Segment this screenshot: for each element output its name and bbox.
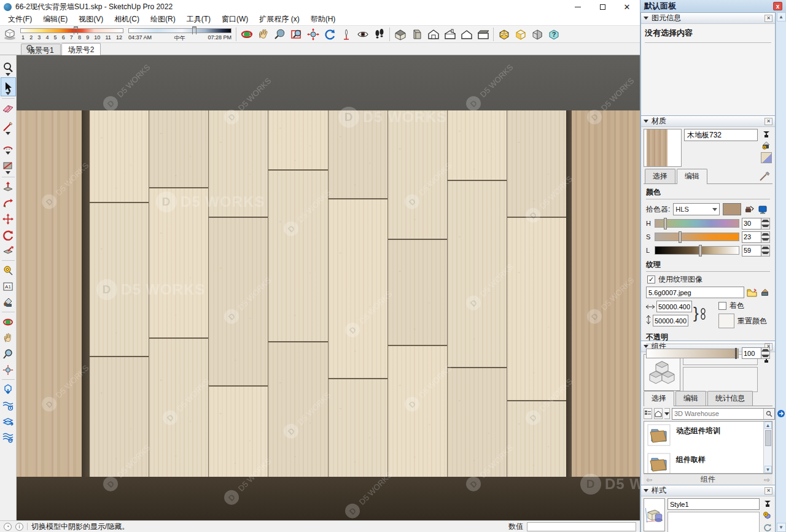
- zoom-tool-icon[interactable]: [1, 346, 16, 361]
- display-secondary-pane-icon[interactable]: [761, 129, 772, 139]
- sample-paint-icon[interactable]: [759, 172, 770, 183]
- push-pull-tool-icon[interactable]: [1, 179, 16, 195]
- scroll-down-icon[interactable]: ▼: [777, 523, 786, 532]
- menu-item-5[interactable]: 工具(T): [181, 13, 216, 26]
- texture-height-input[interactable]: [653, 315, 688, 326]
- tray-scrollbar[interactable]: ▲ ▼: [776, 12, 786, 532]
- menu-item-0[interactable]: 文件(F): [2, 13, 37, 26]
- zoom-tools-icon[interactable]: [1, 58, 16, 77]
- scale-tool-icon[interactable]: [1, 243, 16, 258]
- style-description-field[interactable]: [667, 512, 760, 532]
- materials-close-icon[interactable]: ✕: [765, 118, 772, 125]
- rectangle-tool-icon[interactable]: [1, 156, 16, 175]
- view-options-icon[interactable]: [644, 408, 652, 419]
- pan-tool-icon[interactable]: [1, 330, 16, 345]
- close-button[interactable]: ✕: [623, 2, 631, 11]
- menu-item-8[interactable]: 帮助(H): [305, 13, 341, 26]
- component-search-input[interactable]: [672, 409, 763, 419]
- components-tab-stats[interactable]: 统计信息: [707, 391, 753, 406]
- extension-download-icon[interactable]: [1, 382, 16, 397]
- lightness-slider[interactable]: [655, 246, 739, 255]
- l-value-input[interactable]: [742, 245, 761, 256]
- hue-slider[interactable]: [655, 219, 739, 228]
- collapse-icon[interactable]: [644, 17, 648, 20]
- materials-tab-edit[interactable]: 编辑: [677, 169, 707, 184]
- follow-me-tool-icon[interactable]: [1, 195, 16, 210]
- back-view-icon[interactable]: [442, 26, 458, 42]
- colorize-checkbox[interactable]: [718, 302, 726, 310]
- toggle-shadows-icon[interactable]: [1, 26, 18, 42]
- s-value-input[interactable]: [742, 231, 761, 243]
- browse-texture-icon[interactable]: [747, 288, 757, 298]
- right-view-icon[interactable]: [475, 26, 491, 42]
- text-tool-icon[interactable]: A1: [1, 279, 16, 294]
- model-viewport[interactable]: DD5 WORKSDD5 WORKSDD5 WORKSDD5 WORKSDD5 …: [17, 55, 640, 520]
- default-material-swatch[interactable]: [761, 152, 772, 163]
- match-screen-color-icon[interactable]: [758, 204, 768, 214]
- match-object-color-icon[interactable]: [744, 204, 755, 214]
- prev-page-icon[interactable]: ⇦: [646, 476, 652, 484]
- geolocation-icon[interactable]: ◔: [4, 523, 12, 531]
- list-scroll-down-icon[interactable]: ▼: [765, 466, 772, 473]
- refresh-style-icon[interactable]: [762, 523, 772, 532]
- front-view-icon[interactable]: [425, 26, 442, 42]
- opacity-slider[interactable]: [646, 349, 739, 358]
- saturation-slider[interactable]: [655, 233, 739, 241]
- entity-info-close-icon[interactable]: ✕: [765, 15, 772, 22]
- h-value-input[interactable]: [742, 218, 761, 229]
- minimize-button[interactable]: [574, 2, 582, 11]
- collapse-icon[interactable]: [644, 120, 648, 123]
- component-search-box[interactable]: [672, 408, 775, 420]
- tray-close-icon[interactable]: x: [773, 2, 782, 10]
- material-preview[interactable]: [644, 129, 682, 167]
- create-material-icon[interactable]: [761, 141, 772, 150]
- walk-icon[interactable]: [371, 26, 387, 42]
- zoom-extents-icon[interactable]: [305, 26, 321, 42]
- shadow-date-slider[interactable]: 123456789101112: [20, 26, 123, 42]
- paint-bucket-tool-icon[interactable]: [1, 295, 16, 310]
- components-tab-select[interactable]: 选择: [644, 391, 674, 406]
- s-spinner[interactable]: [761, 231, 770, 243]
- extension-layers-icon[interactable]: [1, 414, 16, 429]
- zoom-icon[interactable]: [271, 26, 288, 42]
- color-picker-dropdown[interactable]: HLS: [673, 203, 720, 215]
- menu-item-3[interactable]: 相机(C): [109, 13, 145, 26]
- scene-search-icon[interactable]: [26, 44, 34, 55]
- extension-waves-gear2-icon[interactable]: [1, 430, 16, 445]
- scene-tab-2[interactable]: 场景号2: [61, 43, 101, 55]
- orbit-tool-icon[interactable]: [1, 314, 16, 330]
- materials-tab-select[interactable]: 选择: [645, 169, 675, 183]
- style-preview[interactable]: [644, 498, 665, 531]
- texture-file-input[interactable]: [646, 287, 744, 298]
- edit-texture-icon[interactable]: [760, 288, 770, 298]
- tape-measure-tool-icon[interactable]: [1, 263, 16, 278]
- zoom-extents-tool-icon[interactable]: [1, 362, 16, 377]
- top-view-icon[interactable]: [408, 26, 425, 42]
- left-view-icon[interactable]: [458, 26, 475, 42]
- l-spinner[interactable]: [761, 245, 770, 256]
- texture-width-input[interactable]: [656, 301, 692, 312]
- shadow-time-slider[interactable]: 04:37 AM 中午 07:28 PM: [128, 26, 232, 42]
- component-item-2[interactable]: 组件取样: [644, 450, 772, 474]
- component-preview[interactable]: [644, 354, 680, 391]
- lock-aspect-icon[interactable]: [700, 301, 706, 329]
- xray-mode-icon[interactable]: [512, 26, 529, 42]
- back-edges-icon[interactable]: [496, 26, 512, 42]
- help-cube-icon[interactable]: ?: [545, 26, 562, 42]
- styles-close-icon[interactable]: ✕: [765, 487, 772, 495]
- opacity-spinner[interactable]: [761, 347, 770, 359]
- menu-item-4[interactable]: 绘图(R): [145, 13, 181, 26]
- previous-view-icon[interactable]: [321, 26, 338, 42]
- in-model-dropdown-icon[interactable]: [664, 408, 670, 419]
- display-secondary-pane-icon[interactable]: [762, 498, 772, 508]
- menu-item-7[interactable]: 扩展程序 (x): [254, 13, 305, 26]
- extension-waves-gear-icon[interactable]: [1, 398, 16, 413]
- collapse-icon[interactable]: [644, 489, 648, 492]
- pan-icon[interactable]: [255, 26, 271, 42]
- create-style-icon[interactable]: [762, 511, 772, 520]
- position-camera-icon[interactable]: [338, 26, 354, 42]
- eraser-tool-icon[interactable]: [1, 101, 16, 116]
- components-list-scrollbar[interactable]: ▲ ▼: [763, 422, 772, 473]
- in-model-icon[interactable]: [654, 408, 663, 419]
- style-name-input[interactable]: [667, 498, 760, 510]
